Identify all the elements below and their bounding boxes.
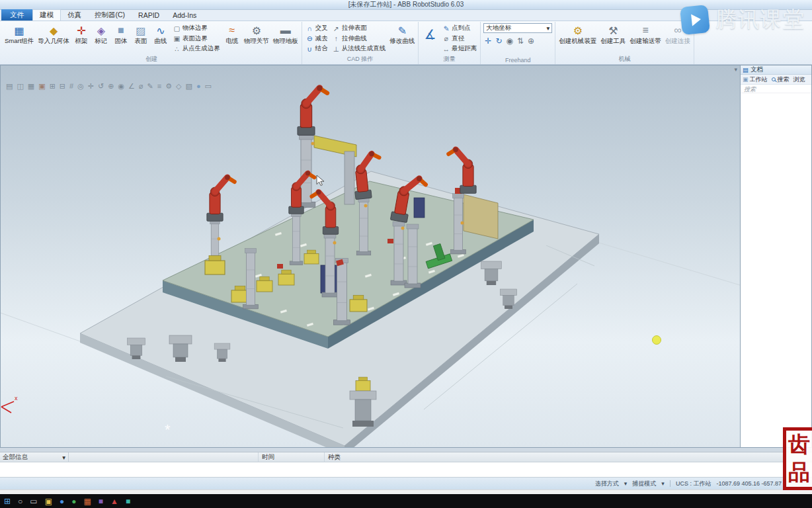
output-list[interactable] bbox=[0, 462, 812, 478]
wireframe-icon[interactable]: ◇ bbox=[176, 82, 181, 91]
scene-3d[interactable]: x * bbox=[1, 65, 740, 448]
window-icon[interactable]: ▭ bbox=[205, 82, 212, 91]
app-purple-icon[interactable]: ■ bbox=[99, 497, 103, 506]
cable-button[interactable]: ≈ 电缆 bbox=[222, 22, 242, 55]
app-orange-icon[interactable]: ▦ bbox=[84, 497, 91, 506]
output-filter-dropdown[interactable]: 全部信息 ▾ bbox=[0, 452, 69, 462]
zoom-in-icon[interactable]: ⊕ bbox=[108, 82, 114, 91]
measure-tool-button[interactable]: ∡ bbox=[420, 22, 440, 55]
split-view-icon[interactable]: ◫ bbox=[17, 82, 23, 91]
tab-file[interactable]: 文件 bbox=[1, 9, 32, 21]
create-conveyor-button[interactable]: ≡ 创建输送带 bbox=[628, 22, 663, 55]
create-mechanism-button[interactable]: ⚙ 创建机械装置 bbox=[557, 22, 598, 55]
min-distance-button[interactable]: ↔ 最短距离 bbox=[440, 44, 479, 54]
annotate-icon[interactable]: ✎ bbox=[147, 82, 153, 91]
task-view-icon[interactable]: ▭ bbox=[30, 497, 37, 506]
markup-icon[interactable]: ▣ bbox=[38, 82, 45, 91]
start-button[interactable]: ⊞ bbox=[4, 497, 11, 506]
column-time[interactable]: 时间 bbox=[258, 452, 324, 462]
render-icon[interactable]: ● bbox=[196, 82, 201, 91]
search-icon[interactable]: ○ bbox=[18, 497, 22, 506]
label: 框架 bbox=[75, 38, 87, 44]
create-connection-button[interactable]: ∞ 创建连接 bbox=[663, 22, 692, 55]
physics-floor-button[interactable]: ▬ 物理地板 bbox=[271, 22, 300, 55]
tab-modeling[interactable]: 建模 bbox=[32, 9, 61, 21]
documents-panel-header[interactable]: ▤ 文档 bbox=[741, 65, 811, 75]
measure-tool-icon: ∡ bbox=[424, 23, 436, 46]
tab-rapid[interactable]: RAPID bbox=[132, 10, 166, 21]
zoom-extents-icon[interactable]: ⊞ bbox=[50, 82, 56, 91]
ribbon-group-create: ▦ Smart组件 ◆ 导入几何体 ✛ 框架 ◈ 标记 ■ 固体 bbox=[1, 22, 302, 64]
snap-grid-icon[interactable]: # bbox=[69, 82, 73, 91]
extrude-curve-button[interactable]: ↑ 拉伸曲线 bbox=[330, 34, 388, 44]
group-label-cad: CAD 操作 bbox=[304, 55, 417, 64]
union-button[interactable]: ∪ 结合 bbox=[304, 44, 330, 54]
shading-icon[interactable]: ▧ bbox=[186, 82, 192, 91]
body-border-button[interactable]: ▢ 物体边界 bbox=[171, 23, 222, 33]
reference-dropdown[interactable]: 大地坐标 ▾ bbox=[483, 23, 552, 33]
tab-controller[interactable]: 控制器(C) bbox=[88, 10, 132, 21]
tab-workstation[interactable]: ▣ 工作站 bbox=[741, 75, 770, 84]
target-icon[interactable]: ◉ bbox=[118, 82, 124, 91]
tab-simulation[interactable]: 仿真 bbox=[61, 10, 88, 21]
extrude-surface-button[interactable]: ↗ 拉伸表面 bbox=[330, 23, 388, 33]
physics-joint-button[interactable]: ⚙ 物理关节 bbox=[242, 22, 271, 55]
create-conveyor-icon: ≡ bbox=[642, 23, 648, 38]
viewport-collapse-chevron[interactable]: ▾ bbox=[734, 66, 737, 73]
label: 浏览 bbox=[793, 75, 805, 84]
import-geometry-button[interactable]: ◆ 导入几何体 bbox=[36, 22, 71, 55]
jog-rotate-icon[interactable]: ↻ bbox=[495, 36, 502, 46]
frame-icon: ✛ bbox=[77, 23, 85, 38]
options-icon[interactable]: ⚙ bbox=[165, 82, 172, 91]
create-tool-button[interactable]: ⚒ 创建工具 bbox=[598, 22, 628, 55]
angle-icon[interactable]: ∠ bbox=[128, 82, 135, 91]
tab-search[interactable]: 搜索 bbox=[770, 75, 792, 84]
diameter-icon: ⌀ bbox=[442, 34, 450, 42]
tag-button[interactable]: ◈ 标记 bbox=[91, 22, 111, 55]
tab-addins[interactable]: Add-Ins bbox=[166, 10, 203, 21]
layers-icon[interactable]: ≡ bbox=[157, 82, 161, 91]
label: 物理地板 bbox=[273, 38, 298, 44]
pan-icon[interactable]: ✛ bbox=[88, 82, 94, 91]
diameter-button[interactable]: ⌀ 直径 bbox=[440, 34, 479, 44]
ribbon-group-measure: ∡ ✎ 点到点 ⌀ 直径 ↔ 最短距离 测量 bbox=[419, 22, 481, 64]
line-from-normal-button[interactable]: ⊥ 从法线生成直线 bbox=[330, 44, 388, 54]
solid-button[interactable]: ■ 固体 bbox=[111, 22, 131, 55]
multirobot-jog-icon[interactable]: ⊕ bbox=[528, 36, 534, 46]
label: 工作站 bbox=[750, 75, 768, 84]
tab-browse[interactable]: 浏览 bbox=[792, 75, 807, 84]
app-teal-icon[interactable]: ■ bbox=[126, 497, 130, 506]
subtract-button[interactable]: ⊖ 减去 bbox=[304, 34, 330, 44]
surface-border-button[interactable]: ▣ 表面边界 bbox=[171, 34, 222, 44]
curve-button[interactable]: ∿ 曲线 bbox=[151, 22, 171, 55]
diameter-icon[interactable]: ⌀ bbox=[139, 82, 143, 91]
modify-curve-button[interactable]: ✎ 修改曲线 bbox=[387, 22, 417, 55]
zoom-out-icon[interactable]: ⊟ bbox=[60, 82, 65, 91]
viewport-3d[interactable]: x * ▤◫▦▣⊞⊟#◎✛↺⊕◉∠⌀✎≡⚙◇▧●▭ ▾ bbox=[0, 65, 740, 448]
jog-move-icon[interactable]: ✛ bbox=[485, 36, 491, 46]
documents-panel-body[interactable] bbox=[741, 93, 811, 447]
border-from-points-button[interactable]: ∴ 从点生成边界 bbox=[171, 44, 222, 54]
app-red-icon[interactable]: ▲ bbox=[110, 497, 118, 506]
snap-mode-dropdown[interactable]: 捕捉模式 bbox=[632, 480, 656, 488]
window-title: [未保存工作站] - ABB RobotStudio 6.03 bbox=[348, 0, 464, 9]
grid-icon[interactable]: ▦ bbox=[28, 82, 34, 91]
surface-button[interactable]: ▨ 表面 bbox=[131, 22, 151, 55]
orbit-icon[interactable]: ↺ bbox=[98, 82, 104, 91]
jog-linear-icon[interactable]: ⇅ bbox=[517, 36, 524, 46]
intersect-button[interactable]: ∩ 交叉 bbox=[304, 23, 330, 33]
yellow-point[interactable] bbox=[653, 336, 661, 345]
center-view-icon[interactable]: ◎ bbox=[77, 82, 84, 91]
search-input[interactable]: 搜索 bbox=[741, 85, 811, 93]
smart-component-button[interactable]: ▦ Smart组件 bbox=[3, 22, 36, 55]
frame-button[interactable]: ✛ 框架 bbox=[71, 22, 91, 55]
selection-mode-dropdown[interactable]: 选择方式 bbox=[595, 480, 619, 488]
point-to-point-button[interactable]: ✎ 点到点 bbox=[440, 23, 479, 33]
import-geometry-icon: ◆ bbox=[50, 23, 58, 38]
app-green-icon[interactable]: ● bbox=[71, 497, 76, 506]
file-explorer-icon[interactable]: ▣ bbox=[45, 497, 52, 506]
view-settings-icon[interactable]: ▤ bbox=[6, 82, 13, 91]
jog-joint-icon[interactable]: ◉ bbox=[506, 36, 512, 46]
column-category[interactable]: 种类 bbox=[324, 452, 397, 462]
browser-icon[interactable]: ● bbox=[60, 497, 64, 506]
